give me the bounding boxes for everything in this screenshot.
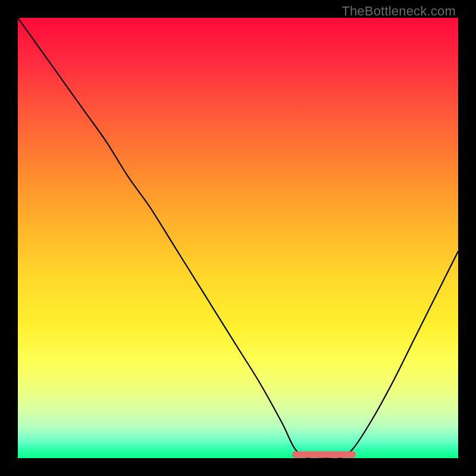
bottleneck-curve <box>18 18 458 458</box>
plot-area <box>18 18 458 458</box>
watermark-text: TheBottleneck.com <box>342 4 456 19</box>
chart-container: TheBottleneck.com <box>0 0 476 476</box>
chart-svg <box>18 18 458 458</box>
